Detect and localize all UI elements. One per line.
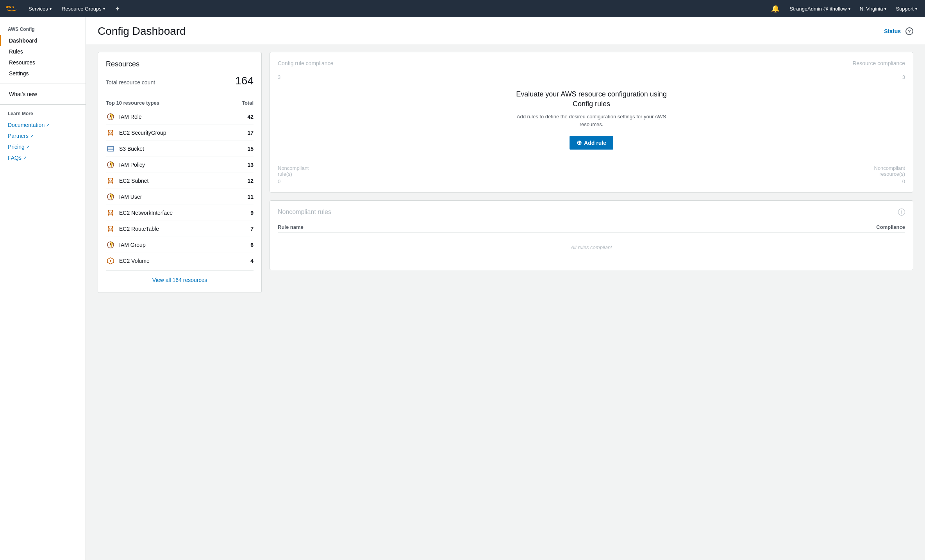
add-rule-label: Add rule xyxy=(584,140,606,146)
support-label: Support xyxy=(896,6,914,12)
resource-name: IAM User xyxy=(119,194,242,200)
ec2-icon xyxy=(106,128,115,137)
table-row: 🔑 IAM Role 42 xyxy=(106,109,254,125)
resource-name: S3 Bucket xyxy=(119,146,242,152)
sidebar-item-resources[interactable]: Resources xyxy=(0,57,86,68)
bell-icon[interactable]: 🔔 xyxy=(767,3,784,14)
sidebar-link-documentation[interactable]: Documentation ↗ xyxy=(0,119,86,130)
table-row: EC2 NetworkInterface 9 xyxy=(106,205,254,221)
sidebar-link-pricing[interactable]: Pricing ↗ xyxy=(0,141,86,152)
resource-count: 15 xyxy=(242,146,254,152)
compliance-col: Compliance xyxy=(876,224,905,230)
external-link-icon: ↗ xyxy=(23,155,27,161)
sidebar-section-title: AWS Config xyxy=(0,25,86,35)
plus-icon: ⊕ xyxy=(577,139,582,146)
noncompliant-card-header: Noncompliant rules i xyxy=(278,209,905,216)
help-icon[interactable]: ? xyxy=(905,27,913,35)
resource-groups-nav-item[interactable]: Resource Groups ▾ xyxy=(58,4,109,14)
noncompliant-resources-label: Noncompliant xyxy=(874,165,905,171)
noncompliant-table-header: Rule name Compliance xyxy=(278,222,905,233)
resource-name: EC2 Volume xyxy=(119,258,242,264)
rule-name-col: Rule name xyxy=(278,224,304,230)
services-label: Services xyxy=(29,6,48,12)
iam-icon: 🔑 xyxy=(106,160,115,169)
support-menu[interactable]: Support ▾ xyxy=(893,4,920,13)
sidebar-item-dashboard[interactable]: Dashboard xyxy=(0,35,86,46)
page-header: Config Dashboard Status ? xyxy=(86,17,925,44)
page-title: Config Dashboard xyxy=(98,25,186,37)
svg-point-39 xyxy=(110,212,112,214)
compliance-right-num: 3 xyxy=(902,74,905,80)
compliance-card: Config rule compliance Resource complian… xyxy=(270,52,913,193)
compliance-footer: Noncompliant rule(s) Noncompliant resour… xyxy=(278,165,905,177)
noncompliant-resources-footer: Noncompliant resource(s) xyxy=(874,165,905,177)
status-link[interactable]: Status xyxy=(884,28,901,34)
compliance-numbers-top: 3 3 xyxy=(278,74,905,80)
table-row: EC2 RouteTable 7 xyxy=(106,221,254,237)
resource-name: IAM Policy xyxy=(119,162,242,168)
services-chevron-icon: ▾ xyxy=(50,7,52,11)
svg-text:aws: aws xyxy=(6,4,14,9)
bottom-left-num: 0 xyxy=(278,178,280,184)
resource-name: EC2 Subnet xyxy=(119,178,242,184)
s3-icon xyxy=(106,144,115,153)
svg-point-27 xyxy=(110,180,112,182)
resource-count: 12 xyxy=(242,178,254,184)
resource-count: 6 xyxy=(242,242,254,248)
svg-point-18 xyxy=(110,163,111,164)
total-col-label: Total xyxy=(242,100,254,106)
iam-icon: 🔑 xyxy=(106,192,115,202)
right-panel: Config rule compliance Resource complian… xyxy=(270,52,913,293)
resource-name: EC2 SecurityGroup xyxy=(119,130,242,136)
user-menu[interactable]: StrangeAdmin @ ithollow ▾ xyxy=(787,4,854,13)
info-icon[interactable]: i xyxy=(898,209,905,216)
resource-count: 17 xyxy=(242,130,254,136)
support-chevron-icon: ▾ xyxy=(915,7,917,11)
table-row: S3 Bucket 15 xyxy=(106,141,254,157)
table-row: EC2 Subnet 12 xyxy=(106,173,254,189)
table-row: 🔑 IAM User 11 xyxy=(106,189,254,205)
learn-more-title: Learn More xyxy=(0,109,86,119)
resource-rows: 🔑 IAM Role 42 xyxy=(106,109,254,269)
sidebar-link-partners[interactable]: Partners ↗ xyxy=(0,130,86,141)
svg-point-3 xyxy=(110,115,111,116)
dashboard-area: Resources Total resource count 164 Top 1… xyxy=(86,44,925,301)
noncompliant-resources-suffix: resource(s) xyxy=(879,171,905,177)
sidebar-item-settings[interactable]: Settings xyxy=(0,68,86,79)
table-row: EC2 SecurityGroup 17 xyxy=(106,125,254,141)
aws-logo[interactable]: aws xyxy=(5,2,19,16)
view-all-resources-link[interactable]: View all 164 resources xyxy=(106,270,254,285)
user-label: StrangeAdmin @ ithollow xyxy=(790,6,847,12)
resource-table-header: Top 10 resource types Total xyxy=(106,98,254,109)
sidebar: AWS Config Dashboard Rules Resources Set… xyxy=(0,17,86,560)
compliance-left-num: 3 xyxy=(278,74,280,80)
resource-name: IAM Role xyxy=(119,114,242,120)
region-menu[interactable]: N. Virginia ▾ xyxy=(857,4,890,13)
resource-compliance-label: Resource compliance xyxy=(852,60,905,66)
svg-point-30 xyxy=(110,195,111,196)
top-navigation: aws Services ▾ Resource Groups ▾ ✦ 🔔 Str… xyxy=(0,0,925,17)
resource-name: IAM Group xyxy=(119,242,242,248)
resources-card-title: Resources xyxy=(106,60,254,68)
resource-count: 13 xyxy=(242,162,254,168)
resource-count: 7 xyxy=(242,226,254,232)
sidebar-link-faqs[interactable]: FAQs ↗ xyxy=(0,152,86,163)
external-link-icon: ↗ xyxy=(46,123,50,128)
compliance-sub-text: Add rules to define the desired configur… xyxy=(505,113,677,128)
services-nav-item[interactable]: Services ▾ xyxy=(25,4,55,14)
pin-icon[interactable]: ✦ xyxy=(112,4,123,14)
add-rule-button[interactable]: ⊕ Add rule xyxy=(570,136,613,150)
config-rule-compliance-label: Config rule compliance xyxy=(278,60,333,66)
resource-count: 9 xyxy=(242,210,254,216)
sidebar-item-rules[interactable]: Rules xyxy=(0,46,86,57)
compliance-body: Evaluate your AWS resource configuration… xyxy=(278,82,905,157)
svg-point-53 xyxy=(110,260,111,262)
bottom-right-num: 0 xyxy=(902,178,905,184)
region-chevron-icon: ▾ xyxy=(884,7,886,11)
svg-rect-13 xyxy=(107,146,114,151)
resource-groups-label: Resource Groups xyxy=(62,6,102,12)
resource-count-row: Total resource count 164 xyxy=(106,75,254,92)
main-content: Config Dashboard Status ? Resources Tota… xyxy=(86,17,925,560)
iam-icon: 🔑 xyxy=(106,240,115,250)
sidebar-whats-new[interactable]: What's new xyxy=(0,89,86,100)
